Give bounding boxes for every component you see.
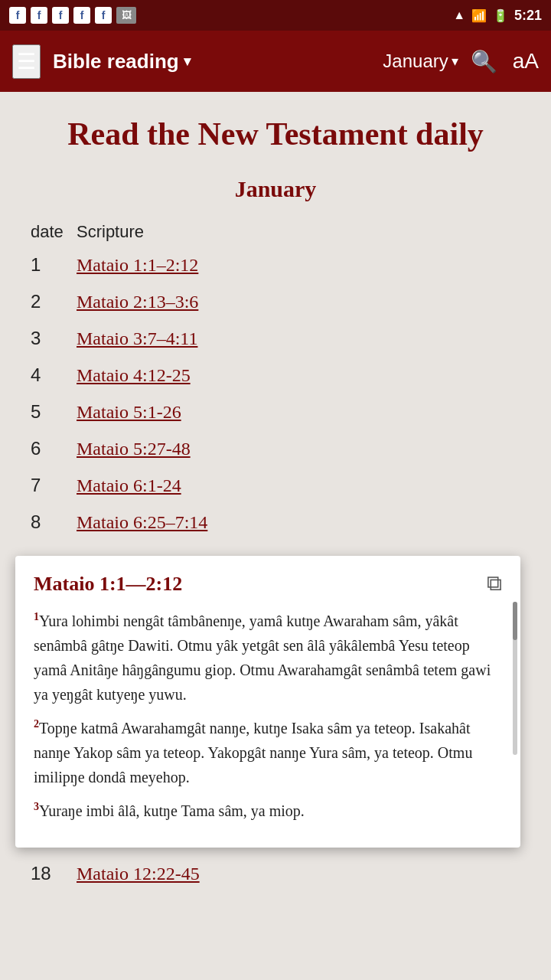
- facebook-icon-5: f: [95, 7, 112, 24]
- day-number: 5: [31, 394, 77, 430]
- scripture-link[interactable]: Mataio 5:27-48: [77, 439, 191, 459]
- table-row: 1Mataio 1:1–2:12: [31, 247, 520, 283]
- month-label: January: [383, 51, 448, 72]
- bible-reading-title: Bible reading: [53, 50, 179, 74]
- day-number: 1: [31, 247, 77, 283]
- day-number: 3: [31, 320, 77, 357]
- table-row: 4Mataio 4:12-25: [31, 357, 520, 394]
- reading-table: date Scripture 1Mataio 1:1–2:122Mataio 2…: [31, 217, 520, 541]
- popup-text: 1Yura lohimbi nengât tâmbânenŋe, yamâ ku…: [34, 609, 502, 832]
- verse-paragraph: 2Topŋe katmâ Awarahamgât nanŋe, kutŋe Is…: [34, 716, 502, 789]
- bottom-table: 18 Mataio 12:22-45: [31, 855, 520, 892]
- wifi-icon: ▲: [453, 8, 465, 22]
- title-dropdown-arrow-icon: ▾: [184, 53, 191, 70]
- month-heading: January: [31, 176, 520, 202]
- status-bar: f f f f f 🖼 ▲ 📶 🔋 5:21: [0, 0, 551, 31]
- scripture-link[interactable]: Mataio 1:1–2:12: [77, 255, 198, 275]
- scripture-link[interactable]: Mataio 6:1-24: [77, 475, 181, 495]
- day-number: 7: [31, 467, 77, 504]
- bible-reading-dropdown-button[interactable]: Bible reading ▾: [53, 50, 370, 74]
- table-row: 6Mataio 5:27-48: [31, 430, 520, 467]
- nav-bar: ☰ Bible reading ▾ January ▾ 🔍 aA: [0, 31, 551, 92]
- day-number: 2: [31, 283, 77, 320]
- facebook-icon-1: f: [9, 7, 26, 24]
- battery-icon: 🔋: [493, 8, 508, 23]
- popup-title: Mataio 1:1—2:12: [34, 573, 182, 596]
- day-number: 18: [31, 855, 77, 892]
- month-dropdown-arrow-icon: ▾: [452, 53, 458, 70]
- photo-icon: 🖼: [116, 7, 136, 24]
- facebook-icon-4: f: [73, 7, 90, 24]
- signal-icon: 📶: [471, 8, 487, 23]
- scripture-popup-panel: Mataio 1:1—2:12 ⧉ 1Yura lohimbi nengât t…: [15, 556, 520, 848]
- status-time: 5:21: [514, 8, 542, 24]
- facebook-icon-3: f: [52, 7, 69, 24]
- table-row: 3Mataio 3:7–4:11: [31, 320, 520, 357]
- status-icons-right: ▲ 📶 🔋 5:21: [453, 8, 542, 24]
- date-column-header: date: [31, 217, 77, 247]
- day-number: 8: [31, 504, 77, 541]
- external-link-button[interactable]: ⧉: [487, 571, 502, 596]
- day-number: 6: [31, 430, 77, 467]
- table-row: 5Mataio 5:1-26: [31, 394, 520, 430]
- scripture-link[interactable]: Mataio 4:12-25: [77, 365, 191, 385]
- scripture-link[interactable]: Mataio 3:7–4:11: [77, 328, 197, 348]
- day-number: 4: [31, 357, 77, 394]
- verse-paragraph: 3Yuraŋe imbi âlâ, kutŋe Tama sâm, ya mio…: [34, 799, 502, 823]
- popup-scrollbar-thumb[interactable]: [513, 602, 517, 640]
- scripture-column-header: Scripture: [77, 217, 520, 247]
- scripture-link[interactable]: Mataio 5:1-26: [77, 402, 181, 422]
- table-row: 18 Mataio 12:22-45: [31, 855, 520, 892]
- table-row: 2Mataio 2:13–3:6: [31, 283, 520, 320]
- scripture-link[interactable]: Mataio 12:22-45: [77, 864, 200, 884]
- bottom-reading-row: 18 Mataio 12:22-45: [0, 848, 551, 900]
- main-content: Read the New Testament daily January dat…: [0, 92, 551, 556]
- table-row: 7Mataio 6:1-24: [31, 467, 520, 504]
- popup-scrollbar[interactable]: [513, 602, 517, 755]
- month-dropdown-button[interactable]: January ▾: [383, 51, 458, 72]
- hamburger-menu-button[interactable]: ☰: [12, 44, 41, 79]
- status-icons-left: f f f f f 🖼: [9, 7, 136, 24]
- scripture-link[interactable]: Mataio 6:25–7:14: [77, 512, 207, 532]
- verse-paragraph: 1Yura lohimbi nengât tâmbânenŋe, yamâ ku…: [34, 609, 502, 707]
- nav-icons-right: 🔍 aA: [471, 49, 539, 74]
- popup-header: Mataio 1:1—2:12 ⧉: [34, 571, 502, 596]
- search-button[interactable]: 🔍: [471, 49, 497, 74]
- font-size-button[interactable]: aA: [513, 49, 539, 74]
- page-title: Read the New Testament daily: [31, 115, 520, 153]
- table-row: 8Mataio 6:25–7:14: [31, 504, 520, 541]
- facebook-icon-2: f: [31, 7, 47, 24]
- scripture-link[interactable]: Mataio 2:13–3:6: [77, 292, 198, 312]
